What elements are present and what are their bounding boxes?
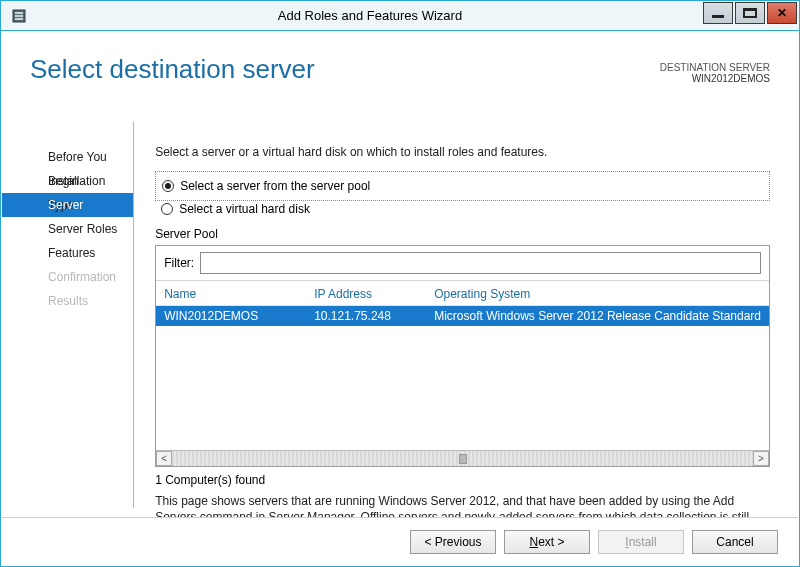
next-button-label: Next >: [529, 535, 564, 549]
content-area: Select a server or a virtual hard disk o…: [133, 117, 798, 516]
server-row[interactable]: WIN2012DEMOS 10.121.75.248 Microsoft Win…: [156, 306, 769, 326]
col-ip[interactable]: IP Address: [314, 287, 434, 301]
install-button: Install: [598, 530, 684, 554]
filter-row: Filter:: [156, 246, 769, 281]
radio-vhd-label: Select a virtual hard disk: [179, 202, 310, 216]
server-os: Microsoft Windows Server 2012 Release Ca…: [434, 306, 761, 326]
server-pool-label: Server Pool: [155, 227, 770, 241]
minimize-button[interactable]: [703, 2, 733, 24]
previous-button[interactable]: < Previous: [410, 530, 496, 554]
server-name: WIN2012DEMOS: [164, 306, 314, 326]
button-bar: < Previous Next > Install Cancel: [2, 517, 798, 565]
wizard-sidebar: Before You Begin Installation Type Serve…: [2, 117, 133, 516]
cancel-button-label: Cancel: [716, 535, 753, 549]
install-button-label: Install: [625, 535, 656, 549]
column-headers: Name IP Address Operating System: [156, 281, 769, 306]
maximize-button[interactable]: [735, 2, 765, 24]
radio-server-pool-label: Select a server from the server pool: [180, 179, 370, 193]
app-icon: [1, 1, 37, 30]
server-pool-box: Filter: Name IP Address Operating System…: [155, 245, 770, 467]
sidebar-item-server-selection[interactable]: Server Selection: [2, 193, 133, 217]
destination-value: WIN2012DEMOS: [660, 73, 770, 84]
destination-label: DESTINATION SERVER: [660, 62, 770, 73]
computers-found: 1 Computer(s) found: [155, 473, 770, 487]
sidebar-item-installation-type[interactable]: Installation Type: [2, 169, 133, 193]
svg-rect-1: [15, 12, 23, 14]
server-ip: 10.121.75.248: [314, 306, 434, 326]
sidebar-item-features[interactable]: Features: [2, 241, 133, 265]
server-list[interactable]: WIN2012DEMOS 10.121.75.248 Microsoft Win…: [156, 306, 769, 450]
radio-vhd[interactable]: [161, 203, 173, 215]
instruction-text: Select a server or a virtual hard disk o…: [155, 145, 770, 159]
filter-label: Filter:: [164, 256, 194, 270]
window-controls: [703, 1, 799, 30]
next-button[interactable]: Next >: [504, 530, 590, 554]
horizontal-scrollbar[interactable]: < >: [156, 450, 769, 466]
window-title: Add Roles and Features Wizard: [37, 1, 703, 30]
scroll-right-button[interactable]: >: [753, 451, 769, 466]
separator-line: [133, 122, 134, 508]
scroll-track[interactable]: [172, 451, 753, 466]
wizard-body: Select destination server DESTINATION SE…: [2, 32, 798, 516]
header-area: Select destination server DESTINATION SE…: [2, 32, 798, 117]
svg-rect-2: [15, 15, 23, 17]
sidebar-item-confirmation: Confirmation: [2, 265, 133, 289]
previous-button-label: < Previous: [424, 535, 481, 549]
filter-input[interactable]: [200, 252, 761, 274]
destination-block: DESTINATION SERVER WIN2012DEMOS: [660, 62, 770, 84]
server-manager-icon: [11, 8, 27, 24]
col-os[interactable]: Operating System: [434, 287, 761, 301]
close-button[interactable]: [767, 2, 797, 24]
radio-server-pool-group[interactable]: Select a server from the server pool: [155, 171, 770, 201]
sidebar-item-before-you-begin[interactable]: Before You Begin: [2, 145, 133, 169]
svg-rect-3: [15, 18, 23, 20]
scroll-grip-icon: [459, 454, 467, 464]
radio-server-pool[interactable]: [162, 180, 174, 192]
columns: Before You Begin Installation Type Serve…: [2, 117, 798, 516]
sidebar-item-server-roles[interactable]: Server Roles: [2, 217, 133, 241]
wizard-window: Add Roles and Features Wizard Select des…: [0, 0, 800, 567]
cancel-button[interactable]: Cancel: [692, 530, 778, 554]
titlebar: Add Roles and Features Wizard: [1, 1, 799, 31]
col-name[interactable]: Name: [164, 287, 314, 301]
scroll-left-button[interactable]: <: [156, 451, 172, 466]
sidebar-item-results: Results: [2, 289, 133, 313]
